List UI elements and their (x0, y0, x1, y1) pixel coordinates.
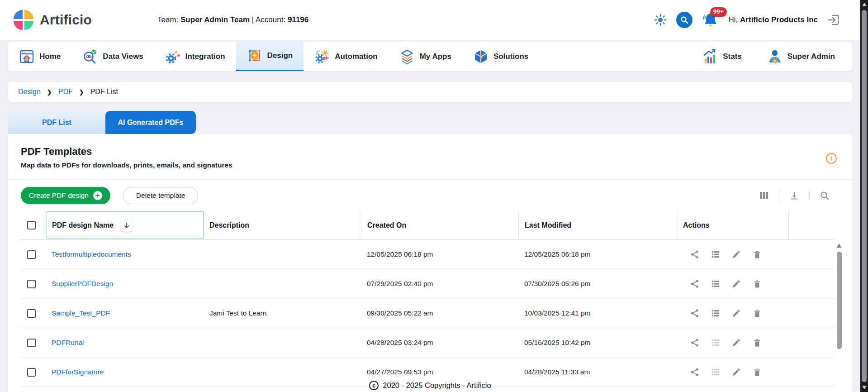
share-icon[interactable] (690, 279, 699, 288)
edit-icon[interactable] (732, 250, 741, 259)
delete-icon[interactable] (753, 309, 762, 318)
header-search-button[interactable] (676, 12, 693, 28)
row-checkbox[interactable] (27, 280, 36, 288)
list-icon[interactable] (711, 250, 720, 259)
content-card: PDF Templates Map data to PDFs for downl… (8, 134, 852, 392)
edit-icon[interactable] (732, 279, 741, 288)
stats-icon (702, 49, 718, 64)
delete-icon[interactable] (753, 338, 762, 347)
table-scrollbar-thumb[interactable] (837, 252, 842, 349)
user-menu[interactable]: Hi, Artificio Products Inc (729, 15, 818, 24)
delete-icon[interactable] (753, 250, 762, 259)
nav-item-my-apps[interactable]: My Apps (389, 42, 462, 71)
nav-label-stats: Stats (723, 52, 742, 61)
row-checkbox[interactable] (27, 339, 36, 347)
nav-item-automation[interactable]: Automation (304, 42, 388, 71)
greeting-prefix: Hi, (729, 15, 738, 24)
edit-icon[interactable] (732, 338, 741, 347)
search-icon (680, 15, 689, 24)
nav-label-home: Home (39, 52, 61, 61)
download-icon[interactable] (779, 191, 809, 201)
nav-item-home[interactable]: Home (8, 42, 71, 71)
tab-ai-generated-pdfs[interactable]: AI Generated PDFs (105, 111, 196, 134)
theme-sun-icon[interactable] (654, 13, 667, 27)
share-icon[interactable] (690, 368, 699, 377)
nav-item-design[interactable]: Design (236, 42, 304, 71)
row-description: Jami Test to Learn (204, 309, 361, 317)
chevron-right-icon: ❯ (47, 89, 52, 96)
team-account-divider: | (252, 15, 254, 24)
row-checkbox[interactable] (27, 250, 36, 259)
app-page: Artificio Team: Super Admin Team | Accou… (0, 0, 860, 392)
breadcrumb-pdf[interactable]: PDF (58, 88, 73, 96)
select-all-checkbox[interactable] (27, 221, 36, 229)
logo-pie-icon (14, 10, 33, 30)
table-scrollbar[interactable] (836, 244, 842, 389)
share-icon[interactable] (690, 338, 699, 347)
scroll-up-arrow-icon[interactable] (837, 244, 841, 248)
breadcrumb-design[interactable]: Design (18, 88, 41, 96)
column-label-name: PDF design Name (52, 221, 114, 229)
list-icon[interactable] (711, 309, 720, 318)
browser-scrollbar-thumb[interactable] (862, 10, 867, 382)
row-checkbox[interactable] (27, 309, 36, 318)
team-name: Super Admin Team (180, 15, 250, 24)
list-icon[interactable] (711, 279, 720, 288)
delete-template-button[interactable]: Delete template (123, 187, 199, 204)
pdf-design-name-link[interactable]: Sample_Test_PDF (52, 309, 110, 317)
nav-item-super-admin[interactable]: Super Admin (756, 49, 846, 64)
row-created-on: 07/29/2025 02:40 pm (361, 280, 518, 288)
design-icon (247, 48, 262, 63)
nav-item-solutions[interactable]: Solutions (462, 42, 539, 71)
share-icon[interactable] (690, 250, 699, 259)
pdf-design-name-link[interactable]: SupplierPDFDesign (52, 280, 113, 287)
footer-text: 2020 - 2025 Copyrights - Artificio (383, 381, 491, 390)
team-account-info: Team: Super Admin Team | Account: 91196 (157, 15, 308, 24)
info-icon[interactable]: i (826, 153, 837, 164)
logout-icon[interactable] (827, 13, 841, 27)
create-pdf-design-button[interactable]: Create PDF design + (21, 187, 110, 204)
nav-item-stats[interactable]: Stats (692, 49, 753, 64)
pdf-design-name-link[interactable]: PDFRunal (52, 339, 84, 346)
column-header-actions: Actions (677, 211, 788, 239)
share-icon[interactable] (690, 309, 699, 318)
row-created-on: 09/30/2025 05:22 am (361, 309, 518, 317)
column-header-created-on[interactable]: Created On (361, 211, 518, 239)
column-header-last-modified[interactable]: Last Modified (518, 211, 677, 239)
column-header-description[interactable]: Description (204, 211, 361, 239)
column-header-filler (788, 211, 835, 239)
artificio-logo[interactable]: Artificio (14, 10, 92, 30)
notifications-bell-icon[interactable]: 99+ (702, 11, 720, 29)
list-icon[interactable] (711, 368, 720, 377)
page-title: PDF Templates (21, 146, 840, 158)
list-icon[interactable] (711, 338, 720, 347)
scrollbar-down-arrow-icon[interactable] (862, 386, 867, 389)
home-icon (19, 49, 34, 64)
create-button-label: Create PDF design (29, 191, 89, 200)
nav-item-integration[interactable]: Integration (154, 42, 236, 71)
columns-icon[interactable] (749, 191, 779, 201)
nav-label-data-views: Data Views (103, 52, 143, 61)
browser-scrollbar[interactable] (860, 0, 868, 392)
table-row: Sample_Test_PDF Jami Test to Learn 09/30… (20, 299, 835, 328)
pdf-design-name-link[interactable]: PDFforSignature (52, 368, 104, 376)
scrollbar-up-arrow-icon[interactable] (862, 3, 867, 6)
column-header-name[interactable]: PDF design Name (47, 211, 204, 239)
pdf-design-name-link[interactable]: Testformultipledocuments (52, 250, 131, 258)
my-apps-icon (399, 49, 415, 64)
tab-pdf-list[interactable]: PDF List (8, 111, 105, 134)
row-last-modified: 04/28/2025 11:33 am (518, 368, 677, 376)
edit-icon[interactable] (732, 368, 741, 377)
row-created-on: 12/05/2025 06:18 pm (361, 250, 518, 258)
team-label: Team: (157, 15, 178, 24)
nav-item-data-views[interactable]: Data Views (71, 42, 154, 71)
notification-count-badge: 99+ (710, 7, 727, 17)
top-header: Artificio Team: Super Admin Team | Accou… (0, 0, 860, 40)
row-checkbox[interactable] (27, 368, 36, 377)
delete-button-label: Delete template (136, 191, 185, 200)
delete-icon[interactable] (753, 279, 762, 288)
table-search-icon[interactable] (810, 191, 840, 201)
sort-descending-icon[interactable] (120, 219, 133, 232)
delete-icon[interactable] (753, 368, 762, 377)
edit-icon[interactable] (732, 309, 741, 318)
